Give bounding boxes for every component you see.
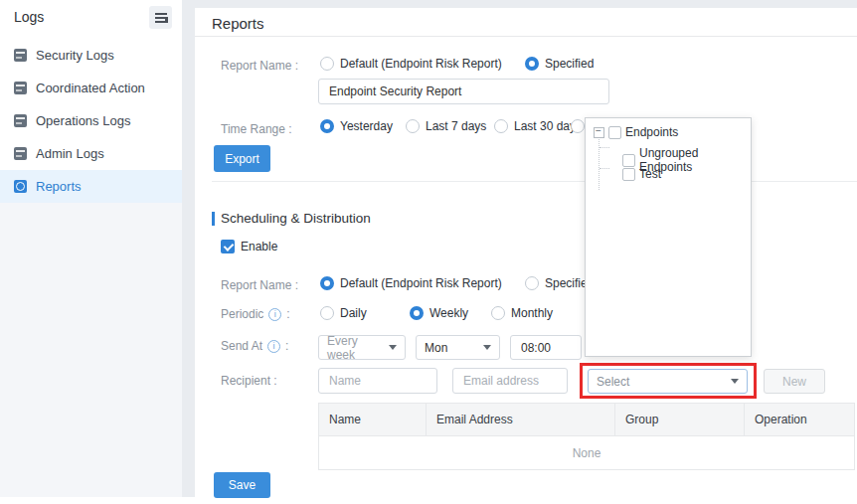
tree-connector xyxy=(599,137,600,190)
sidebar-item-security-logs[interactable]: Security Logs xyxy=(0,39,182,72)
chevron-down-icon xyxy=(731,379,739,384)
tree-connector xyxy=(600,168,609,169)
send-frequency-select[interactable]: Every week xyxy=(318,335,406,360)
sidebar-item-label: Reports xyxy=(36,179,82,194)
sched-report-name-label: Report Name : xyxy=(221,278,298,292)
security-logs-icon xyxy=(14,49,27,62)
periodic-daily-radio[interactable]: Daily xyxy=(320,306,367,320)
sidebar-item-coordinated-action[interactable]: Coordinated Action xyxy=(0,72,182,104)
sched-report-name-specified-radio[interactable]: Specified xyxy=(525,276,594,290)
report-name-specified-radio[interactable]: Specified xyxy=(525,57,594,71)
reports-panel: Reports Report Name : Default (Endpoint … xyxy=(195,8,857,504)
coordinated-action-icon xyxy=(14,82,27,94)
radio-icon[interactable] xyxy=(525,57,539,71)
radio-icon[interactable] xyxy=(320,306,334,320)
periodic-weekly-radio[interactable]: Weekly xyxy=(410,306,468,320)
tree-connector xyxy=(600,147,609,148)
radio-label: Last 7 days xyxy=(426,119,486,133)
save-button[interactable]: Save xyxy=(214,472,270,498)
sidebar-item-label: Security Logs xyxy=(36,48,114,63)
periodic-label-text: Periodic xyxy=(221,307,263,321)
recipient-email-input[interactable] xyxy=(452,368,568,394)
sidebar-item-label: Operations Logs xyxy=(36,113,130,128)
sched-report-name-default-radio[interactable]: Default (Endpoint Risk Report) xyxy=(320,276,502,290)
time-range-last30-radio[interactable]: Last 30 days xyxy=(494,119,582,133)
checkbox-checked-icon[interactable] xyxy=(221,240,235,253)
time-range-yesterday-radio[interactable]: Yesterday xyxy=(320,119,393,133)
new-button[interactable]: New xyxy=(764,369,825,394)
checkbox-label: Enable xyxy=(241,240,277,253)
section-title: Scheduling & Distribution xyxy=(221,211,371,226)
radio-icon[interactable] xyxy=(320,119,334,133)
recipient-table: Name Email Address Group Operation None xyxy=(318,403,855,470)
radio-label: Monthly xyxy=(511,306,553,320)
page-title: Reports xyxy=(212,15,264,32)
sidebar: Logs Security Logs Coordinated Action Op… xyxy=(0,0,182,497)
radio-icon[interactable] xyxy=(406,119,420,133)
recipient-name-input[interactable] xyxy=(318,368,437,394)
top-margin-strip xyxy=(195,0,857,8)
export-button[interactable]: Export xyxy=(214,145,270,172)
section-divider xyxy=(212,181,857,182)
sidebar-item-operations-logs[interactable]: Operations Logs xyxy=(0,104,182,137)
report-name-default-radio[interactable]: Default (Endpoint Risk Report) xyxy=(320,57,502,71)
chevron-down-icon xyxy=(483,345,491,350)
time-range-last7-radio[interactable]: Last 7 days xyxy=(406,119,486,133)
enable-checkbox[interactable]: Enable xyxy=(221,240,277,253)
radio-icon[interactable] xyxy=(320,276,334,290)
select-value: Every week xyxy=(327,334,389,362)
radio-icon[interactable] xyxy=(494,119,508,133)
info-icon[interactable]: i xyxy=(268,308,281,321)
checkbox-icon[interactable] xyxy=(622,154,635,167)
sidebar-collapse-button[interactable] xyxy=(149,6,172,29)
sidebar-item-admin-logs[interactable]: Admin Logs xyxy=(0,137,182,170)
recipient-label: Recipient : xyxy=(221,374,277,388)
col-header-name: Name xyxy=(319,404,427,435)
send-at-label-text: Send At xyxy=(221,339,262,353)
label-colon: : xyxy=(286,307,289,321)
group-tree-popup: Endpoints Ungrouped Endpoints Test xyxy=(585,117,752,357)
col-header-email: Email Address xyxy=(427,404,615,435)
radio-icon[interactable] xyxy=(410,306,424,320)
select-placeholder: Select xyxy=(597,375,731,389)
col-header-group: Group xyxy=(615,404,745,435)
report-name-input[interactable] xyxy=(318,79,609,104)
sidebar-item-label: Admin Logs xyxy=(36,146,104,161)
checkbox-icon[interactable] xyxy=(622,168,635,181)
radio-icon[interactable] xyxy=(571,119,585,133)
header-divider xyxy=(195,36,857,37)
tree-node-label: Endpoints xyxy=(625,125,678,139)
admin-logs-icon xyxy=(14,147,27,160)
sidebar-title: Logs xyxy=(14,9,44,25)
section-accent-bar xyxy=(212,212,215,226)
radio-icon[interactable] xyxy=(525,276,539,290)
info-icon[interactable]: i xyxy=(267,340,280,353)
time-range-custom-radio[interactable] xyxy=(571,119,585,133)
radio-label: Default (Endpoint Risk Report) xyxy=(340,57,502,71)
periodic-monthly-radio[interactable]: Monthly xyxy=(491,306,553,320)
recipient-group-select[interactable]: Select xyxy=(588,369,748,394)
radio-icon[interactable] xyxy=(491,306,505,320)
panel-divider xyxy=(182,0,195,497)
sidebar-item-label: Coordinated Action xyxy=(36,81,145,95)
radio-label: Daily xyxy=(340,306,367,320)
chevron-down-icon xyxy=(389,345,397,350)
select-value: Mon xyxy=(425,341,483,355)
tree-node-label: Test xyxy=(639,167,661,181)
reports-icon xyxy=(14,180,27,193)
send-day-select[interactable]: Mon xyxy=(416,335,500,360)
list-collapse-icon xyxy=(155,13,167,23)
tree-node-endpoints[interactable]: Endpoints xyxy=(594,125,678,139)
send-time-input[interactable] xyxy=(510,335,582,360)
col-header-operation: Operation xyxy=(745,404,854,435)
sidebar-background xyxy=(0,203,182,497)
operations-logs-icon xyxy=(14,114,27,127)
radio-icon[interactable] xyxy=(320,57,334,71)
checkbox-icon[interactable] xyxy=(608,126,621,139)
radio-label: Weekly xyxy=(429,306,468,320)
tree-node-test[interactable]: Test xyxy=(622,167,661,181)
radio-label: Default (Endpoint Risk Report) xyxy=(340,276,502,290)
radio-label: Yesterday xyxy=(340,119,393,133)
sidebar-item-reports[interactable]: Reports xyxy=(0,170,182,203)
collapse-node-icon[interactable] xyxy=(594,127,604,138)
